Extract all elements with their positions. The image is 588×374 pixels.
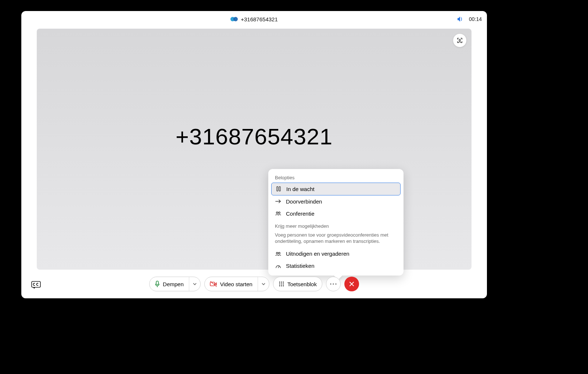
menu-item-hold[interactable]: In de wacht xyxy=(271,183,401,195)
svg-rect-3 xyxy=(277,187,278,191)
menu-item-conference[interactable]: Conferentie xyxy=(271,208,401,220)
svg-point-12 xyxy=(279,282,280,283)
svg-point-2 xyxy=(459,39,460,41)
call-window: +31687654321 00:14 +31687654321 Beloptie… xyxy=(21,11,487,298)
svg-point-13 xyxy=(281,282,282,283)
arrow-right-icon xyxy=(275,199,282,204)
menu-item-invite[interactable]: Uitnodigen en vergaderen xyxy=(271,248,401,260)
cc-icon xyxy=(31,281,41,289)
end-call-button[interactable] xyxy=(344,277,359,291)
self-view-icon xyxy=(456,37,463,44)
menu-item-label: Conferentie xyxy=(286,211,315,217)
menu-section-more: Krijg meer mogelijkheden xyxy=(271,222,401,231)
svg-point-14 xyxy=(283,282,284,283)
keypad-button-label: Toetsenblok xyxy=(287,281,317,287)
video-off-icon xyxy=(210,281,217,287)
svg-point-6 xyxy=(279,212,280,213)
window-title: +31687654321 xyxy=(241,16,278,22)
video-stage: +31687654321 xyxy=(37,29,472,270)
self-view-toggle[interactable] xyxy=(453,34,466,47)
menu-item-label: Doorverbinden xyxy=(286,198,322,205)
closed-captions-button[interactable] xyxy=(30,280,42,290)
keypad-button[interactable]: Toetsenblok xyxy=(273,277,322,291)
svg-point-16 xyxy=(281,284,282,285)
more-options-menu: Belopties In de wacht Doorverbinden Conf… xyxy=(268,169,404,276)
svg-rect-10 xyxy=(156,281,158,285)
mute-button-label: Dempen xyxy=(163,281,184,287)
caller-display-name: +31687654321 xyxy=(176,123,333,150)
svg-point-8 xyxy=(279,252,280,253)
pause-icon xyxy=(275,186,282,191)
speaker-icon[interactable] xyxy=(457,16,464,22)
menu-item-transfer[interactable]: Doorverbinden xyxy=(271,195,401,208)
menu-section-more-desc: Voeg personen toe voor groepsvideoconfer… xyxy=(271,231,401,248)
start-video-button[interactable]: Video starten xyxy=(204,277,269,291)
gauge-icon xyxy=(275,263,282,269)
mute-button[interactable]: Dempen xyxy=(149,277,201,291)
svg-point-20 xyxy=(283,285,284,287)
svg-point-18 xyxy=(279,285,280,287)
svg-rect-4 xyxy=(279,187,281,191)
svg-point-7 xyxy=(276,252,278,253)
call-controls: Dempen Video starten Toetsenblok xyxy=(21,270,487,298)
microphone-icon xyxy=(155,281,160,287)
svg-point-17 xyxy=(283,284,284,285)
svg-point-5 xyxy=(276,212,278,213)
svg-point-19 xyxy=(281,285,282,287)
start-video-label: Video starten xyxy=(220,281,252,287)
menu-item-label: Statistieken xyxy=(286,263,315,269)
svg-point-1 xyxy=(233,17,238,21)
chevron-down-icon[interactable] xyxy=(258,277,265,291)
ellipsis-icon xyxy=(330,283,337,285)
close-icon xyxy=(349,281,354,287)
dialpad-icon xyxy=(279,281,284,287)
more-options-button[interactable] xyxy=(326,277,341,291)
webex-logo-icon xyxy=(230,15,238,23)
chevron-down-icon[interactable] xyxy=(189,277,197,291)
svg-point-23 xyxy=(335,283,336,284)
call-timer: 00:14 xyxy=(469,16,482,22)
svg-point-15 xyxy=(279,284,280,285)
svg-point-22 xyxy=(333,283,334,284)
people-icon xyxy=(275,252,282,256)
menu-item-label: In de wacht xyxy=(286,186,315,192)
svg-point-21 xyxy=(330,283,331,284)
menu-section-call-options: Belopties xyxy=(271,173,401,183)
menu-item-label: Uitnodigen en vergaderen xyxy=(286,251,349,257)
titlebar: +31687654321 00:14 xyxy=(21,11,487,27)
people-icon xyxy=(275,211,282,216)
